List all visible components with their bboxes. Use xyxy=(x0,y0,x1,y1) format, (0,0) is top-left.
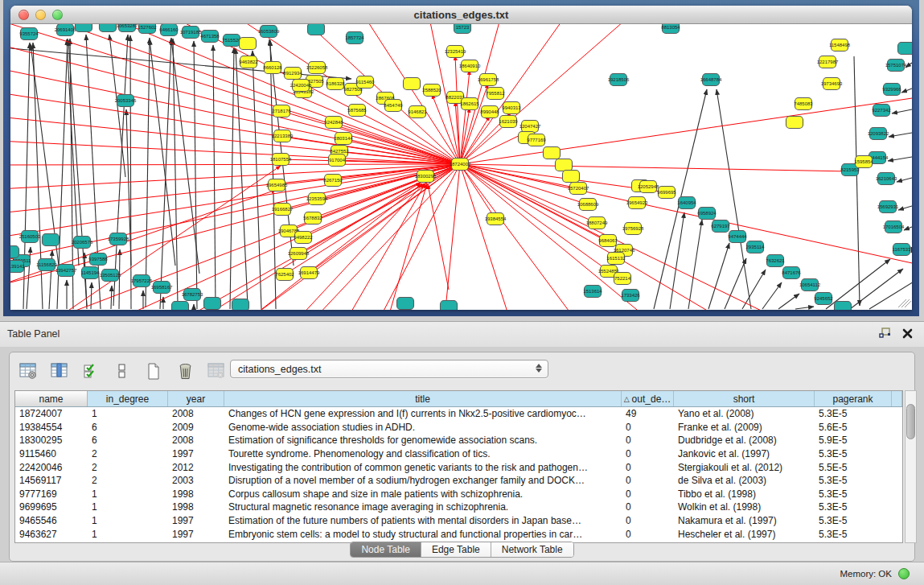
table-scrollbar[interactable] xyxy=(905,390,917,543)
network-canvas[interactable]: 9355724206914061065328715276026466160107… xyxy=(10,24,912,310)
column-header-indegree[interactable]: in_degree xyxy=(88,391,168,406)
svg-text:15692931: 15692931 xyxy=(877,204,899,209)
svg-text:15226058: 15226058 xyxy=(306,65,328,70)
cell-title: Estimation of significance thresholds fo… xyxy=(224,435,622,446)
column-header-name[interactable]: name xyxy=(15,391,88,406)
svg-text:19384554: 19384554 xyxy=(485,216,507,221)
cell-indegree: 1 xyxy=(88,515,168,526)
svg-text:20053346: 20053346 xyxy=(115,98,137,103)
cell-pagerank: 5.9E-5 xyxy=(815,435,892,446)
column-header-title[interactable]: title xyxy=(224,391,622,406)
svg-text:12047427: 12047427 xyxy=(519,124,541,129)
table-row[interactable]: 1830029562008Estimation of significance … xyxy=(15,434,902,447)
svg-text:10654112: 10654112 xyxy=(799,282,821,287)
svg-text:1621039: 1621039 xyxy=(499,119,518,124)
svg-text:7955812: 7955812 xyxy=(486,91,505,96)
svg-text:9699695: 9699695 xyxy=(657,190,676,195)
svg-text:9115460: 9115460 xyxy=(356,80,376,84)
svg-text:10653287: 10653287 xyxy=(117,24,138,28)
cell-indegree: 2 xyxy=(88,462,168,473)
table-row[interactable]: 2242004622012Investigating the contribut… xyxy=(15,460,902,474)
memory-status-label: Memory: OK xyxy=(840,569,892,579)
new-column-icon[interactable] xyxy=(143,360,164,381)
svg-text:16210643: 16210643 xyxy=(876,176,897,181)
table-row[interactable]: 1456911722003Disruption of a novel membe… xyxy=(15,474,902,488)
cell-title: Embryonic stem cells: a model to study s… xyxy=(224,529,622,540)
column-header-pagerank[interactable]: pagerank xyxy=(815,391,892,406)
svg-text:1640954: 1640954 xyxy=(677,200,696,205)
svg-text:9498222: 9498222 xyxy=(294,235,313,240)
svg-text:11156829: 11156829 xyxy=(36,262,57,267)
svg-text:18300295: 18300295 xyxy=(415,174,437,179)
table-panel-header: Table Panel xyxy=(0,321,924,347)
table-row[interactable]: 911546021997Tourette syndrome. Phenomeno… xyxy=(15,447,902,461)
cell-pagerank: 5.3E-5 xyxy=(815,501,892,513)
network-window-titlebar[interactable]: citations_edges.txt xyxy=(10,6,912,24)
cell-outde: 0 xyxy=(622,488,674,500)
cell-title: Disruption of a novel member of a sodium… xyxy=(224,475,622,486)
svg-text:16914479: 16914479 xyxy=(298,270,320,275)
svg-text:6279197: 6279197 xyxy=(711,224,730,229)
float-panel-icon[interactable] xyxy=(879,328,891,342)
svg-text:2935114: 2935114 xyxy=(746,245,766,249)
cell-year: 2008 xyxy=(168,435,224,446)
table-scrollbar-thumb[interactable] xyxy=(906,404,915,439)
cell-indegree: 2 xyxy=(88,475,168,486)
cell-short: de Silva et al. (2003) xyxy=(674,475,815,486)
svg-text:9397588: 9397588 xyxy=(88,257,108,262)
svg-text:2718176: 2718176 xyxy=(272,109,291,113)
delete-column-icon[interactable] xyxy=(175,360,195,381)
table-row[interactable]: 946362711997Embryonic stem cells: a mode… xyxy=(15,527,902,541)
svg-text:8186328: 8186328 xyxy=(326,81,345,86)
svg-text:17957225: 17957225 xyxy=(131,278,153,283)
select-columns-icon[interactable] xyxy=(80,360,101,381)
cell-pagerank: 5.3E-5 xyxy=(815,515,892,526)
cell-indegree: 6 xyxy=(88,422,168,433)
cell-outde: 49 xyxy=(622,408,674,419)
svg-text:1857724: 1857724 xyxy=(345,35,364,40)
tab-network-table[interactable]: Network Table xyxy=(491,542,573,557)
tab-node-table[interactable]: Node Table xyxy=(351,542,421,557)
svg-text:18724007: 18724007 xyxy=(450,162,471,167)
svg-text:9463822: 9463822 xyxy=(239,60,258,64)
cell-outde: 0 xyxy=(622,501,674,513)
column-header-filler xyxy=(892,391,902,406)
column-header-short[interactable]: short xyxy=(674,391,815,406)
svg-text:13505125: 13505125 xyxy=(100,273,121,278)
cell-name: 19384554 xyxy=(15,422,88,433)
cell-indegree: 1 xyxy=(88,501,168,513)
table-row[interactable]: 969969511998Structural magnetic resonanc… xyxy=(15,501,902,514)
row-height-icon[interactable] xyxy=(112,360,133,381)
table-row[interactable]: 1938455462009Genome-wide association stu… xyxy=(15,421,902,435)
svg-text:9245652: 9245652 xyxy=(814,296,833,301)
svg-text:18807249: 18807249 xyxy=(586,220,608,225)
cell-name: 18300295 xyxy=(15,435,88,446)
table-row[interactable]: 977716911998Corpus callosum shape and si… xyxy=(15,488,902,501)
svg-text:5678832: 5678832 xyxy=(303,216,322,220)
table-header-row[interactable]: namein_degreeyeartitle△out_de…shortpager… xyxy=(15,391,902,407)
column-header-outde[interactable]: △out_de… xyxy=(622,391,674,406)
network-window: citations_edges.txt 93557242069140610653… xyxy=(10,6,912,310)
table-row[interactable]: 1872400712008Changes of HCN gene express… xyxy=(15,407,902,421)
cell-short: Yano et al. (2008) xyxy=(674,408,815,419)
svg-text:1733426: 1733426 xyxy=(621,293,640,298)
cell-year: 1997 xyxy=(168,515,224,526)
cell-year: 2003 xyxy=(168,475,224,486)
show-columns-icon[interactable] xyxy=(49,360,70,381)
cell-outde: 0 xyxy=(622,448,674,459)
table-mode-icon[interactable] xyxy=(18,360,39,381)
table-tabs: Node TableEdge TableNetwork Table xyxy=(10,542,914,558)
table-select-dropdown[interactable]: citations_edges.txt xyxy=(230,360,548,378)
svg-text:752214: 752214 xyxy=(614,276,631,281)
svg-text:19654923: 19654923 xyxy=(626,200,648,205)
close-panel-icon[interactable] xyxy=(902,328,913,342)
cell-outde: 0 xyxy=(622,515,674,526)
tab-edge-table[interactable]: Edge Table xyxy=(421,542,491,557)
cell-title: Changes of HCN gene expression and I(f) … xyxy=(224,408,622,419)
table-toolbar: f(x) xyxy=(18,357,258,385)
column-header-year[interactable]: year xyxy=(168,391,224,406)
svg-text:9242848: 9242848 xyxy=(324,120,343,125)
svg-text:12325419: 12325419 xyxy=(445,49,466,54)
cell-indegree: 1 xyxy=(88,529,168,540)
table-row[interactable]: 946554611997Estimation of the future num… xyxy=(15,514,902,528)
